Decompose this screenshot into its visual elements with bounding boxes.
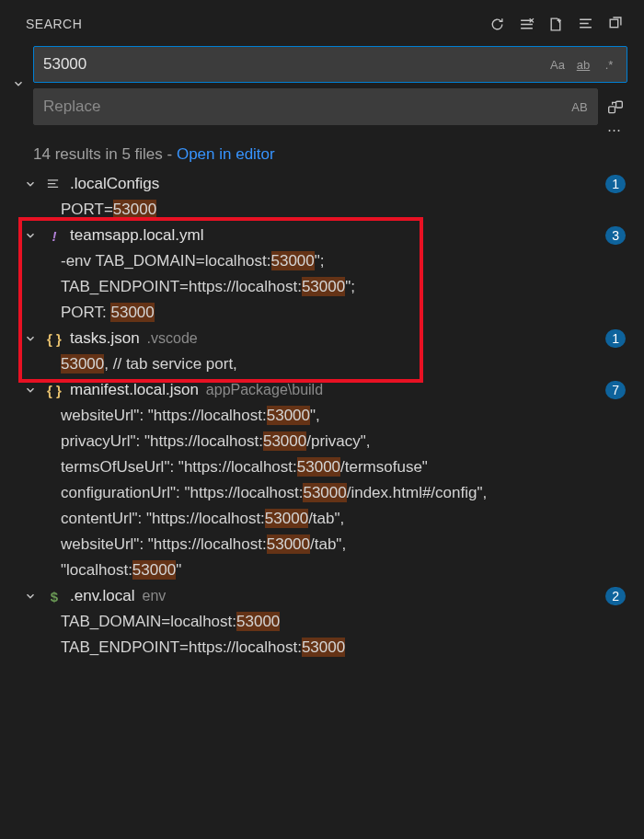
yaml-file-icon: ! [46,228,63,244]
match-count-badge: 1 [605,175,626,193]
file-result-header[interactable]: { }manifest.local.json appPackage\build7 [9,377,635,403]
match-highlight: 53000 [236,612,280,631]
search-results: .localConfigs1PORT=53000!teamsapp.local.… [9,169,635,661]
match-line[interactable]: 53000, // tab service port, [9,351,635,377]
match-highlight: 53000 [61,354,104,374]
file-name: manifest.local.json [70,381,199,399]
match-highlight: 53000 [113,200,156,219]
match-line[interactable]: PORT: 53000 [9,300,635,326]
match-line[interactable]: "localhost:53000" [9,557,635,583]
file-result-header[interactable]: $.env.local env2 [9,583,635,609]
match-line[interactable]: TAB_DOMAIN=localhost:53000 [9,609,635,635]
match-highlight: 53000 [303,483,346,502]
json-file-icon: { } [46,383,63,398]
lines-file-icon [46,178,63,191]
panel-header: SEARCH [9,7,635,40]
env-file-icon: $ [46,589,63,604]
refresh-icon[interactable] [484,11,510,37]
clear-search-icon[interactable] [513,11,539,37]
json-file-icon: { } [46,331,63,347]
match-line[interactable]: privacyUrl": "https://localhost:53000/pr… [9,429,635,454]
file-result-header[interactable]: !teamsapp.local.yml3 [9,223,635,248]
match-highlight: 53000 [110,303,154,322]
chevron-down-icon[interactable] [24,229,39,242]
chevron-down-icon[interactable] [24,384,39,397]
match-highlight: 53000 [267,534,310,554]
toggle-replace-icon[interactable] [9,77,28,125]
results-count-text: 14 results in 5 files - [33,145,177,163]
header-actions [484,11,627,37]
file-folder: env [143,588,167,604]
chevron-down-icon[interactable] [24,332,39,345]
replace-input-box[interactable]: AB [33,88,598,125]
match-line[interactable]: PORT=53000 [9,197,635,223]
match-highlight: 53000 [132,560,176,580]
svg-rect-1 [609,107,615,113]
match-count-badge: 3 [605,226,626,245]
file-name: tasks.json [70,329,140,348]
file-folder: appPackage\build [206,382,323,398]
match-whole-word-icon[interactable]: ab [573,55,593,74]
replace-input[interactable] [41,97,569,117]
open-in-editor-link[interactable]: Open in editor [177,145,275,163]
view-as-tree-icon[interactable] [572,11,598,37]
preserve-case-icon[interactable]: AB [569,98,590,116]
match-case-icon[interactable]: Aa [547,55,568,74]
match-line[interactable]: websiteUrl": "https://localhost:53000", [9,403,635,429]
new-file-icon[interactable] [543,11,569,37]
match-line[interactable]: websiteUrl": "https://localhost:53000/ta… [9,532,635,557]
match-line[interactable]: configurationUrl": "https://localhost:53… [9,480,635,506]
file-result-header[interactable]: { }tasks.json .vscode1 [9,326,635,351]
file-name: .localConfigs [70,175,159,193]
svg-rect-2 [616,101,623,108]
match-line[interactable]: TAB_ENDPOINT=https://localhost:53000"; [9,274,635,300]
regex-icon[interactable]: .* [599,55,619,74]
file-result-header[interactable]: .localConfigs1 [9,171,635,197]
results-summary: 14 results in 5 files - Open in editor [9,138,635,169]
match-highlight: 53000 [271,251,315,270]
match-highlight: 53000 [263,431,306,451]
match-line[interactable]: TAB_ENDPOINT=https://localhost:53000 [9,635,635,661]
match-line[interactable]: termsOfUseUrl": "https://localhost:53000… [9,454,635,480]
collapse-all-icon[interactable] [602,11,627,37]
match-highlight: 53000 [302,638,345,657]
search-panel: SEARCH Aa [0,0,644,661]
chevron-down-icon[interactable] [24,590,39,603]
match-line[interactable]: -env TAB_DOMAIN=localhost:53000"; [9,248,635,274]
match-highlight: 53000 [267,406,310,425]
svg-rect-0 [610,19,618,28]
panel-title: SEARCH [26,17,82,31]
match-line[interactable]: contentUrl": "https://localhost:53000/ta… [9,506,635,532]
search-input-box[interactable]: Aa ab .* [33,46,627,83]
chevron-down-icon[interactable] [24,178,39,190]
match-highlight: 53000 [302,277,345,296]
match-highlight: 53000 [297,457,340,477]
match-count-badge: 7 [605,381,626,399]
search-inputs: Aa ab .* AB [9,40,635,125]
file-name: .env.local [70,587,135,605]
search-input[interactable] [41,54,547,75]
file-name: teamsapp.local.yml [70,226,204,245]
replace-all-icon[interactable] [604,96,627,120]
match-highlight: 53000 [265,509,308,528]
match-count-badge: 1 [605,329,626,348]
match-count-badge: 2 [605,587,626,605]
file-folder: .vscode [147,330,198,347]
